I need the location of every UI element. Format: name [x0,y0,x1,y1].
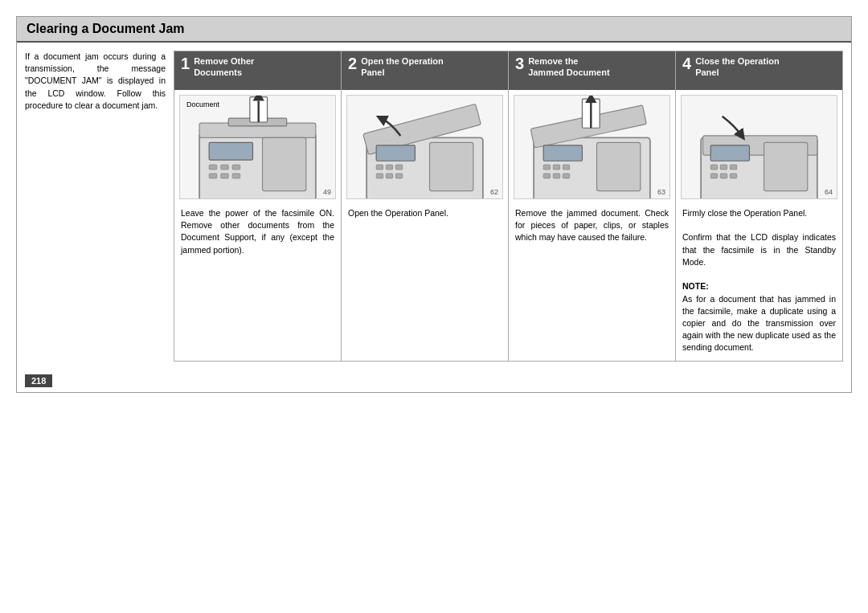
step-2-number: 2 [348,55,357,72]
svg-rect-43 [730,165,736,170]
svg-rect-22 [395,174,402,178]
step-2-image-number: 62 [490,188,498,196]
svg-rect-17 [376,165,383,170]
content-area: If a document jam occurs during a transm… [17,43,851,370]
step-2-description: Open the Operation Panel. [342,204,508,361]
step-2-image: 62 [346,95,503,199]
step-2-column: 2 Open the Operation Panel [342,51,509,361]
step-4-number: 4 [682,55,691,72]
step-3-image: 63 [514,95,670,199]
step-1-svg [180,95,335,199]
svg-rect-32 [553,174,559,178]
svg-rect-21 [386,174,392,178]
svg-rect-10 [263,137,306,190]
step-4-image-number: 64 [825,188,833,196]
step-1-description: Leave the power of the facsimile ON. Rem… [174,204,341,361]
step-1-doc-label: Document [186,100,219,108]
svg-rect-4 [209,165,217,170]
step-3-title: Remove the Jammed Document [528,55,609,79]
svg-rect-3 [209,142,252,160]
svg-rect-18 [386,165,392,170]
intro-column: If a document jam occurs during a transm… [25,51,166,362]
note-label: NOTE: [682,281,709,291]
steps-area: 1 Remove Other Documents Document [174,51,843,362]
svg-rect-31 [543,174,550,178]
step-2-title: Open the Operation Panel [361,55,444,79]
step-4-column: 4 Close the Operation Panel [676,51,842,361]
step-1-column: 1 Remove Other Documents Document [174,51,342,361]
step-1-image: Document [179,95,336,199]
svg-rect-5 [221,165,229,170]
svg-rect-20 [376,174,383,178]
svg-rect-47 [764,142,808,190]
svg-rect-33 [563,174,569,178]
step-1-number: 1 [181,55,190,72]
svg-marker-12 [252,95,264,100]
svg-rect-23 [430,142,473,190]
step-4-title: Close the Operation Panel [695,55,780,79]
step-3-svg [514,95,669,199]
intro-text: If a document jam occurs during a transm… [25,51,166,112]
svg-rect-9 [232,174,240,178]
page-container: Clearing a Document Jam If a document ja… [16,16,852,393]
step-3-image-number: 63 [657,188,665,196]
svg-rect-42 [720,165,727,170]
svg-rect-34 [597,142,641,190]
step-3-column: 3 Remove the Jammed Document [509,51,676,361]
page-footer: 218 [17,370,851,392]
svg-rect-41 [710,165,717,170]
step-3-description: Remove the jammed document. Check for pi… [509,204,675,361]
step-4-image: 64 [681,95,837,199]
step-2-header: 2 Open the Operation Panel [342,51,508,90]
svg-rect-16 [376,145,415,161]
step-1-header: 1 Remove Other Documents [174,51,341,90]
svg-rect-8 [221,174,229,178]
svg-rect-30 [563,165,569,170]
svg-rect-6 [232,165,240,170]
step-3-header: 3 Remove the Jammed Document [509,51,675,90]
step-4-description: Firmly close the Operation Panel. Confir… [676,204,842,361]
step-2-svg [347,95,502,199]
step-4-svg [682,95,837,199]
note-text: As for a document that has jammed in the… [682,294,836,353]
page-title: Clearing a Document Jam [17,17,851,43]
svg-rect-44 [710,174,717,178]
svg-rect-45 [720,174,727,178]
step-1-title: Remove Other Documents [194,55,254,79]
svg-rect-40 [710,145,749,161]
svg-rect-19 [395,165,402,170]
svg-rect-27 [543,145,582,161]
svg-rect-46 [730,174,736,178]
step-1-image-number: 49 [323,188,331,196]
step-3-number: 3 [515,55,524,72]
step-4-header: 4 Close the Operation Panel [676,51,842,90]
svg-rect-28 [543,165,550,170]
page-number: 218 [25,374,52,387]
svg-rect-7 [209,174,217,178]
svg-rect-29 [553,165,559,170]
